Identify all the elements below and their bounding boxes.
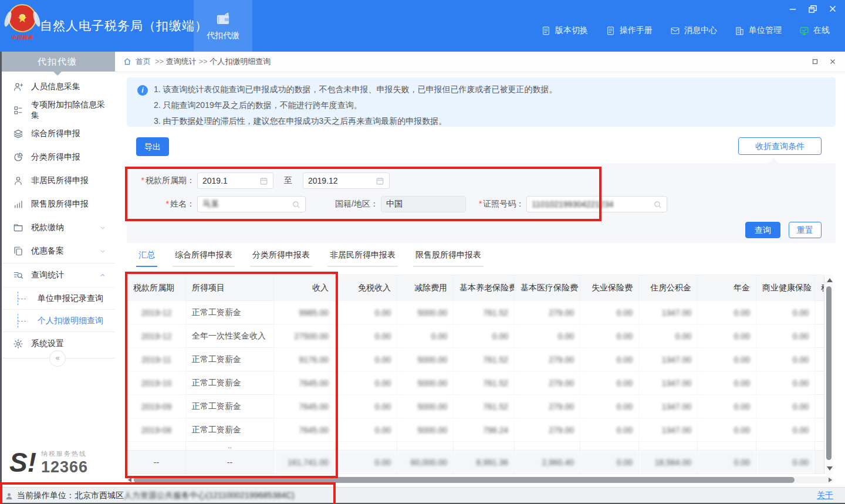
filter-panel: *税款所属期： 2019.1 至 2019.12 *姓名： 马某: [127, 163, 836, 243]
sidebar-subitem-单位申报记录查询[interactable]: 单位申报记录查询: [0, 287, 115, 309]
cell-amount: 0.00: [698, 324, 756, 348]
wallet-icon: [13, 222, 23, 233]
table-row[interactable]: 2019-12全年一次性奖金收入27500.000.000.000.000.00…: [127, 324, 824, 348]
sidebar-item-label: 分类所得申报: [31, 152, 80, 163]
query-button[interactable]: 查询: [745, 222, 780, 238]
header-menu-item[interactable]: 版本切换: [541, 25, 588, 36]
cell-amount: 0.00: [756, 395, 815, 418]
table-row[interactable]: 2019-11正常工资薪金9176.000.005000.00761.52279…: [127, 348, 824, 371]
cell-amount: 798.24: [454, 418, 515, 442]
cell-ellipsis: [127, 442, 186, 451]
period-to-input[interactable]: 2019.12: [303, 172, 390, 189]
cell-amount: 0.00: [335, 418, 397, 442]
reset-button[interactable]: 重置: [789, 222, 822, 238]
panel-maximize-icon[interactable]: [811, 57, 819, 66]
scroll-right-arrow[interactable]: [829, 478, 832, 482]
filter-row-period: *税款所属期： 2019.1 至 2019.12: [127, 172, 390, 189]
sidebar-item-综合所得申报[interactable]: 综合所得申报: [0, 122, 115, 146]
result-table: 税款所属期所得项目收入免税收入减除费用基本养老保险费基本医疗保险费失业保险费住房…: [127, 275, 824, 474]
window-frame-left: [0, 52, 2, 504]
scroll-up-arrow[interactable]: [827, 278, 833, 282]
gear-icon: [13, 339, 23, 349]
sidebar: 代扣代缴 人员信息采集专项附加扣除信息采集综合所得申报分类所得申报非居民所得申报…: [0, 52, 116, 487]
table-header-cell: 商业健康保险: [756, 275, 815, 301]
cell-amount: 1347.00: [639, 395, 698, 418]
notice-line: 3. 由于数据处理的滞后性，建议您在申报成功3天之后再来查询最新的申报数据。: [154, 113, 826, 129]
cell-amount: 0.00: [756, 348, 815, 371]
tab-综合所得申报表[interactable]: 综合所得申报表: [173, 250, 235, 267]
sidebar-subitem-个人扣缴明细查询[interactable]: 个人扣缴明细查询: [0, 309, 115, 332]
cell-amount: 0.00: [335, 348, 397, 371]
minimize-icon[interactable]: [787, 4, 798, 14]
close-icon[interactable]: [827, 4, 838, 14]
sidebar-item-非居民所得申报[interactable]: 非居民所得申报: [0, 169, 115, 192]
sidebar-item-人员信息采集[interactable]: 人员信息采集: [0, 75, 115, 99]
cell-amount: 9985.00: [274, 301, 335, 324]
nationality-label: 国籍/地区：: [335, 199, 378, 209]
tab-分类所得申报表[interactable]: 分类所得申报表: [250, 250, 312, 267]
person-icon: [13, 175, 23, 186]
export-button[interactable]: 导出: [136, 137, 169, 156]
sidebar-collapse-button[interactable]: «: [49, 350, 66, 367]
breadcrumb-home[interactable]: 首页: [136, 56, 151, 67]
bar-chart-icon: [13, 199, 23, 209]
cell-income-item: 正常工资薪金: [186, 301, 274, 324]
cell-period: 2019-12: [127, 324, 186, 348]
cell-income-item: 正常工资薪金: [186, 371, 274, 395]
collapse-query-button[interactable]: 收折查询条件: [738, 137, 822, 155]
current-unit-redacted: 人力资源公共服务中心(12110002199685384C): [124, 491, 295, 501]
cell-period: 2019-08: [127, 418, 186, 442]
table-header-cell: 住房公积金: [639, 275, 698, 301]
restore-icon[interactable]: [807, 4, 818, 14]
tab-非居民所得申报表[interactable]: 非居民所得申报表: [327, 250, 398, 267]
cell-amount: 0.00: [580, 371, 639, 395]
building-icon: [735, 26, 745, 36]
table-row[interactable]: 2019-08正常工资薪金7645.000.005000.00798.24279…: [127, 418, 824, 442]
hotline-s-icon: S!: [9, 451, 36, 475]
sidebar-item-税款缴纳[interactable]: 税款缴纳: [0, 216, 115, 239]
id-number-label: *证照号码：: [479, 199, 524, 209]
table-header-cell: 基本医疗保险费: [515, 275, 580, 301]
sidebar-item-label: 查询统计: [31, 270, 64, 280]
cell-amount: 5000.00: [397, 395, 454, 418]
cell-amount: 761.52: [454, 348, 515, 371]
tab-限售股所得申报表[interactable]: 限售股所得申报表: [413, 250, 484, 267]
horizontal-scroll-thumb[interactable]: [134, 477, 795, 483]
cell-amount: 5000.00: [397, 348, 454, 371]
header-menu-item[interactable]: 单位管理: [735, 25, 782, 36]
about-link[interactable]: 关于: [817, 491, 833, 501]
header-menu-item[interactable]: 消息中心: [670, 25, 717, 36]
online-status-icon: [799, 26, 809, 36]
nav-tab-withholding[interactable]: 代扣代缴: [194, 0, 252, 52]
table-row[interactable]: 2019-12正常工资薪金9985.000.005000.00761.52279…: [127, 301, 824, 324]
id-number-input[interactable]: 110102199304221234: [526, 196, 667, 212]
table-row[interactable]: 2019-09正常工资薪金7645.000.005000.00761.52279…: [127, 395, 824, 418]
cell-amount: 0.00: [397, 324, 454, 348]
sidebar-item-专项附加扣除信息采集[interactable]: 专项附加扣除信息采集: [0, 99, 115, 122]
scroll-down-arrow[interactable]: [827, 466, 833, 471]
scroll-left-arrow[interactable]: [128, 478, 131, 482]
sidebar-item-label: 综合所得申报: [31, 128, 80, 139]
table-header-cell: 免税收入: [335, 275, 397, 301]
period-from-input[interactable]: 2019.1: [197, 172, 273, 189]
cell-partial: [815, 371, 824, 395]
vertical-scroll-thumb[interactable]: [826, 286, 832, 460]
sidebar-item-限售股所得申报[interactable]: 限售股所得申报: [0, 192, 115, 216]
header-menu-item[interactable]: 在线: [799, 25, 830, 36]
cell-period: 2019-11: [127, 348, 186, 371]
tab-汇总[interactable]: 汇总: [136, 250, 157, 267]
sidebar-item-查询统计[interactable]: 查询统计: [0, 263, 115, 287]
table-row[interactable]: 2019-10正常工资薪金7645.000.005000.00761.52279…: [127, 371, 824, 395]
sidebar-item-分类所得申报[interactable]: 分类所得申报: [0, 146, 115, 169]
cell-amount: 7645.00: [274, 371, 335, 395]
summary-amount: 18,564.00: [639, 451, 698, 474]
horizontal-scrollbar[interactable]: [127, 476, 833, 483]
vertical-scrollbar[interactable]: [824, 275, 833, 474]
cell-amount: 0.00: [639, 324, 698, 348]
header-menu-item[interactable]: 操作手册: [606, 25, 653, 36]
sidebar-item-优惠备案[interactable]: 优惠备案: [0, 239, 115, 263]
name-input[interactable]: 马某: [197, 196, 306, 212]
panel-close-icon[interactable]: [829, 57, 837, 66]
cell-ellipsis: [397, 442, 454, 451]
name-value-redacted: 马某: [202, 199, 288, 209]
